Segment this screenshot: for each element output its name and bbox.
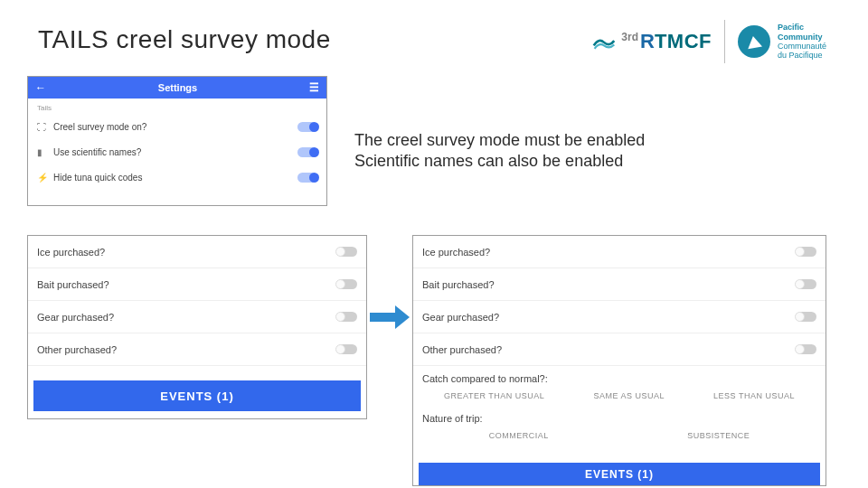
toggle-creel-mode[interactable] [297, 122, 317, 132]
survey-card-a: Ice purchased? Bait purchased? Gear purc… [27, 235, 367, 419]
survey-row-other: Other purchased? [28, 333, 366, 366]
catch-options: GREATER THAN USUAL SAME AS USUAL LESS TH… [422, 391, 816, 400]
settings-header: ← Settings ☰ [28, 77, 326, 99]
rtmcf-r: R [640, 30, 655, 52]
toggle-bait[interactable] [797, 279, 816, 289]
setting-label: Use scientific names? [53, 147, 297, 157]
survey-row-other: Other purchased? [413, 333, 826, 366]
rtmcf-logo: 3rdRTMCF [592, 30, 712, 53]
survey-label: Other purchased? [422, 344, 797, 355]
nature-options: COMMERCIAL SUBSISTENCE [422, 431, 816, 440]
spc-badge-icon [738, 25, 770, 58]
settings-title: Settings [46, 82, 309, 93]
toggle-gear[interactable] [337, 312, 357, 322]
spc-line-2: Community [778, 33, 826, 42]
option-less[interactable]: LESS THAN USUAL [713, 391, 795, 400]
survey-label: Ice purchased? [37, 247, 337, 258]
spc-text: Pacific Community Communauté du Pacifiqu… [778, 23, 826, 60]
tag-icon: ▮ [37, 147, 53, 157]
survey-label: Other purchased? [37, 344, 337, 355]
expand-icon: ⛶ [37, 122, 53, 132]
explanation-text: The creel survey mode must be enabled Sc… [354, 130, 645, 171]
logo-divider [724, 20, 725, 63]
survey-row-ice: Ice purchased? [28, 236, 366, 268]
survey-label: Ice purchased? [422, 247, 797, 258]
toggle-gear[interactable] [797, 312, 816, 322]
setting-row-creel: ⛶ Creel survey mode on? [28, 114, 326, 139]
survey-label: Gear purchased? [422, 312, 797, 323]
rtmcf-prefix: 3rd [621, 31, 638, 43]
survey-row-ice: Ice purchased? [413, 236, 826, 268]
rtmcf-text: 3rdRTMCF [621, 30, 712, 53]
survey-label: Bait purchased? [37, 279, 337, 290]
toggle-other[interactable] [337, 344, 357, 354]
explain-line-2: Scientific names can also be enabled [354, 151, 645, 172]
survey-label: Bait purchased? [422, 279, 797, 290]
setting-label: Hide tuna quick codes [53, 173, 297, 183]
toggle-other[interactable] [797, 344, 816, 354]
explain-line-1: The creel survey mode must be enabled [354, 130, 645, 151]
survey-row-bait: Bait purchased? [28, 268, 366, 301]
option-subsistence[interactable]: SUBSISTENCE [687, 431, 750, 440]
events-button[interactable]: EVENTS (1) [419, 463, 820, 486]
survey-row-gear: Gear purchased? [28, 301, 366, 333]
toggle-ice[interactable] [337, 247, 357, 257]
spc-line-4: du Pacifique [778, 51, 826, 60]
spc-line-3: Communauté [778, 42, 826, 51]
logo-bar: 3rdRTMCF Pacific Community Communauté du… [592, 20, 826, 63]
setting-row-scientific: ▮ Use scientific names? [28, 139, 326, 164]
survey-card-b: Ice purchased? Bait purchased? Gear purc… [412, 235, 826, 486]
slide: TAILS creel survey mode 3rdRTMCF Pacific… [0, 0, 868, 488]
setting-label: Creel survey mode on? [53, 122, 297, 132]
survey-row-gear: Gear purchased? [413, 301, 826, 333]
arrow-icon [370, 305, 410, 329]
survey-label: Gear purchased? [37, 312, 337, 323]
back-icon[interactable]: ← [35, 81, 46, 94]
toggle-scientific-names[interactable] [297, 147, 317, 157]
option-greater[interactable]: GREATER THAN USUAL [444, 391, 544, 400]
option-commercial[interactable]: COMMERCIAL [489, 431, 549, 440]
toggle-hide-codes[interactable] [297, 173, 317, 183]
nature-label: Nature of trip: [422, 413, 816, 424]
spc-logo: Pacific Community Communauté du Pacifiqu… [738, 23, 826, 60]
toggle-bait[interactable] [337, 279, 357, 289]
settings-card: ← Settings ☰ Tails ⛶ Creel survey mode o… [27, 76, 327, 206]
setting-row-hide-codes: ⚡ Hide tuna quick codes [28, 164, 326, 190]
wave-icon [592, 30, 616, 53]
toggle-ice[interactable] [797, 247, 816, 257]
catch-label: Catch compared to normal?: [422, 373, 816, 384]
survey-row-bait: Bait purchased? [413, 268, 826, 301]
slide-title: TAILS creel survey mode [38, 25, 331, 54]
bolt-icon: ⚡ [37, 173, 53, 183]
option-same[interactable]: SAME AS USUAL [593, 391, 665, 400]
settings-section-label: Tails [28, 99, 326, 114]
catch-section: Catch compared to normal?: GREATER THAN … [413, 366, 826, 413]
rtmcf-tmcf: TMCF [655, 30, 712, 52]
nature-section: Nature of trip: COMMERCIAL SUBSISTENCE [413, 413, 826, 453]
events-button[interactable]: EVENTS (1) [33, 380, 361, 411]
menu-icon[interactable]: ☰ [309, 81, 319, 94]
spc-line-1: Pacific [778, 23, 826, 32]
